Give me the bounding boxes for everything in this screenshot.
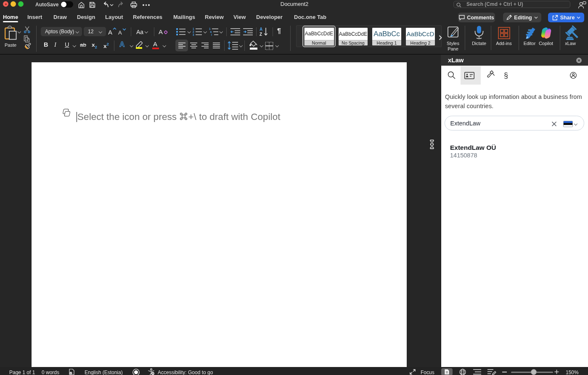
svg-text:2: 2 <box>193 30 194 33</box>
svg-text:3: 3 <box>193 33 194 36</box>
svg-text:a: a <box>210 30 212 33</box>
svg-text:1: 1 <box>193 27 194 30</box>
svg-text:1: 1 <box>209 27 211 30</box>
svg-text:A: A <box>260 27 262 32</box>
svg-text:Z: Z <box>260 32 262 37</box>
svg-text:i: i <box>211 33 212 36</box>
